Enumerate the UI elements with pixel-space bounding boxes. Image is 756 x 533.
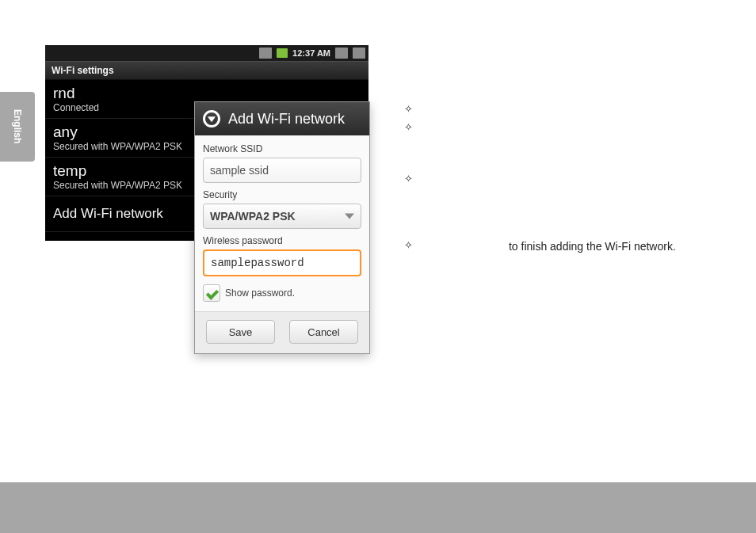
dialog-header: Add Wi-Fi network [195,102,369,135]
bullet-diamond-icon: ✧ [404,101,413,118]
bullet-diamond-icon: ✧ [404,120,413,136]
page-footer-bar [0,482,756,533]
bullet-diamond-icon: ✧ [404,171,413,188]
battery-icon [277,48,288,58]
wifi-network-name: rnd [53,85,361,102]
language-tab: English [0,92,35,162]
status-time: 12:37 AM [292,48,330,58]
password-input[interactable] [203,249,361,276]
ssid-label: Network SSID [203,143,361,154]
instruction-text: to finish adding the Wi-Fi network. [422,238,745,255]
show-password-label: Show password. [225,287,295,299]
checkbox-checked-icon [203,284,220,302]
security-select[interactable]: WPA/WPA2 PSK [203,204,361,229]
status-icon [335,48,348,59]
instruction-suffix: to finish adding the Wi-Fi network. [509,240,676,253]
instruction-item: ✧ [404,101,745,118]
instruction-text [422,120,745,136]
status-bar: 12:37 AM [45,45,368,61]
instruction-text [422,171,745,188]
status-icon [353,48,365,59]
dropdown-circle-icon [203,110,220,128]
chevron-down-icon [345,214,354,219]
ssid-input[interactable] [203,158,361,183]
save-button[interactable]: Save [206,320,275,344]
show-password-checkbox[interactable]: Show password. [203,284,361,302]
instruction-item: ✧ [404,120,745,136]
instruction-item: ✧ [404,171,745,188]
add-wifi-dialog: Add Wi-Fi network Network SSID Security … [194,101,370,354]
instruction-list: ✧ ✧ ✧ ✧ to finish adding the Wi-Fi netwo… [404,101,745,257]
dialog-body: Network SSID Security WPA/WPA2 PSK Wirel… [195,135,369,311]
dialog-button-bar: Save Cancel [195,311,369,353]
instruction-text [422,101,745,118]
status-icon [259,48,272,59]
security-value: WPA/WPA2 PSK [210,210,296,223]
password-label: Wireless password [203,235,361,246]
dialog-title: Add Wi-Fi network [228,111,345,128]
cancel-button[interactable]: Cancel [289,320,358,344]
screen-title: Wi-Fi settings [45,61,368,80]
bullet-diamond-icon: ✧ [404,238,413,255]
security-label: Security [203,189,361,200]
instruction-item: ✧ to finish adding the Wi-Fi network. [404,238,745,255]
